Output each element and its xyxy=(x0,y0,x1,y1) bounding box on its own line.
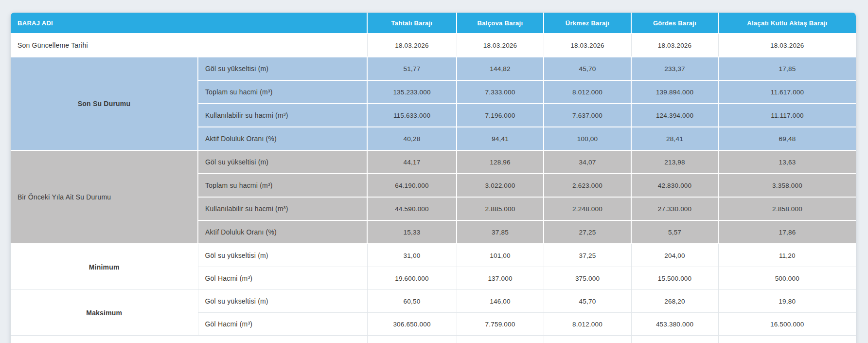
value-cell: 64.190.000 xyxy=(367,174,457,197)
metric-label-cell: Göl su yükseltisi (m) xyxy=(198,150,367,174)
metric-label-cell: Kullanılabilir su hacmi (m³) xyxy=(198,197,367,220)
table-row: Bir Önceki Yıla Ait Su DurumuGöl su yüks… xyxy=(11,150,856,174)
value-cell: 375.000 xyxy=(544,267,631,290)
group-label-cell: Minimum xyxy=(11,244,198,290)
metric-label-cell: Göl Hacmi (m³) xyxy=(198,313,367,336)
value-cell: 204,00 xyxy=(631,244,718,267)
value-cell: 15,33 xyxy=(367,220,457,244)
value-cell: 60,50 xyxy=(367,290,457,313)
value-cell: 146,00 xyxy=(457,290,544,313)
table-row: MinimumGöl su yükseltisi (m)31,00101,003… xyxy=(11,244,856,267)
value-cell: 11.117.000 xyxy=(718,104,856,127)
value-cell: 94,41 xyxy=(457,127,544,150)
value-cell: 18.03.2026 xyxy=(544,34,631,57)
value-cell: 8.012.000 xyxy=(544,80,631,104)
value-cell: 2.885.000 xyxy=(457,197,544,220)
value-cell: 7.759.000 xyxy=(457,313,544,336)
value-cell: 8.012.000 xyxy=(544,313,631,336)
value-cell: 69,48 xyxy=(718,127,856,150)
value-cell: 15.500.000 xyxy=(631,267,718,290)
value-cell: 51,77 xyxy=(367,57,457,80)
value-cell: 45,70 xyxy=(544,290,631,313)
value-cell: 31,00 xyxy=(367,244,457,267)
metric-label-cell: Aktif Doluluk Oranı (%) xyxy=(198,127,367,150)
column-header-dam: Gördes Barajı xyxy=(631,13,718,34)
value-cell: 2.623.000 xyxy=(544,174,631,197)
value-cell: 287.050.000 xyxy=(367,336,457,343)
value-cell: 115.633.000 xyxy=(367,104,457,127)
value-cell: 500.000 xyxy=(718,267,856,290)
value-cell: 139.894.000 xyxy=(631,80,718,104)
value-cell: 2.248.000 xyxy=(544,197,631,220)
value-cell: 101,00 xyxy=(457,244,544,267)
dam-status-table: BARAJ ADI Tahtalı BarajıBalçova BarajıÜr… xyxy=(11,13,856,343)
value-cell: 13,63 xyxy=(718,150,856,174)
metric-label-cell: Göl su yükseltisi (m) xyxy=(198,290,367,313)
column-header-dam: Alaçatı Kutlu Aktaş Barajı xyxy=(718,13,856,34)
metric-label-cell: Toplam su hacmi (m³) xyxy=(198,80,367,104)
value-cell: 16.000.000 xyxy=(718,336,856,343)
value-cell: 306.650.000 xyxy=(367,313,457,336)
value-cell: 18.03.2026 xyxy=(718,34,856,57)
value-cell: 34,07 xyxy=(544,150,631,174)
table-row: MaksimumGöl su yükseltisi (m)60,50146,00… xyxy=(11,290,856,313)
value-cell: 100,00 xyxy=(544,127,631,150)
value-cell: 18.03.2026 xyxy=(367,34,457,57)
value-cell: 42.830.000 xyxy=(631,174,718,197)
value-cell: 137.000 xyxy=(457,267,544,290)
value-cell: 18.03.2026 xyxy=(631,34,718,57)
metric-label-cell: Göl su yükseltisi (m) xyxy=(198,244,367,267)
value-cell: 7.622.000 xyxy=(457,336,544,343)
value-cell: 37,85 xyxy=(457,220,544,244)
metric-label-cell: Toplam su hacmi (m³) xyxy=(198,174,367,197)
value-cell: 3.358.000 xyxy=(718,174,856,197)
value-cell: 124.394.000 xyxy=(631,104,718,127)
value-cell: 44.590.000 xyxy=(367,197,457,220)
value-cell: 135.233.000 xyxy=(367,80,457,104)
value-cell: 19.600.000 xyxy=(367,267,457,290)
table-row: Maksimum Dolulukta Kullanılabilir Göl Su… xyxy=(11,336,856,343)
value-cell: 7.333.000 xyxy=(457,80,544,104)
column-header-dam: Balçova Barajı xyxy=(457,13,544,34)
last-update-label-cell: Son Güncelleme Tarihi xyxy=(11,34,367,57)
value-cell: 45,70 xyxy=(544,57,631,80)
value-cell: 17,86 xyxy=(718,220,856,244)
metric-label-cell: Göl su yükseltisi (m) xyxy=(198,57,367,80)
value-cell: 19,80 xyxy=(718,290,856,313)
value-cell: 233,37 xyxy=(631,57,718,80)
metric-label-cell: Aktif Doluluk Oranı (%) xyxy=(198,220,367,244)
metric-label-cell: Göl Hacmi (m³) xyxy=(198,267,367,290)
value-cell: 40,28 xyxy=(367,127,457,150)
table-row: Son Güncelleme Tarihi18.03.202618.03.202… xyxy=(11,34,856,57)
footer-label-cell: Maksimum Dolulukta Kullanılabilir Göl Su… xyxy=(11,336,367,343)
value-cell: 17,85 xyxy=(718,57,856,80)
group-label-cell: Son Su Durumu xyxy=(11,57,198,150)
value-cell: 7.637.000 xyxy=(544,104,631,127)
value-cell: 7.196.000 xyxy=(457,104,544,127)
table-header-row: BARAJ ADI Tahtalı BarajıBalçova BarajıÜr… xyxy=(11,13,856,34)
value-cell: 453.380.000 xyxy=(631,313,718,336)
value-cell: 18.03.2026 xyxy=(457,34,544,57)
value-cell: 16.500.000 xyxy=(718,313,856,336)
value-cell: 128,96 xyxy=(457,150,544,174)
value-cell: 27.330.000 xyxy=(631,197,718,220)
column-header-baraj-adi: BARAJ ADI xyxy=(11,13,367,34)
value-cell: 3.022.000 xyxy=(457,174,544,197)
value-cell: 37,25 xyxy=(544,244,631,267)
table-row: Son Su DurumuGöl su yükseltisi (m)51,771… xyxy=(11,57,856,80)
metric-label-cell: Kullanılabilir su hacmi (m³) xyxy=(198,104,367,127)
value-cell: 11,20 xyxy=(718,244,856,267)
value-cell: 5,57 xyxy=(631,220,718,244)
value-cell: 2.858.000 xyxy=(718,197,856,220)
value-cell: 213,98 xyxy=(631,150,718,174)
value-cell: 144,82 xyxy=(457,57,544,80)
value-cell: 7.637.000 xyxy=(544,336,631,343)
group-label-cell: Maksimum xyxy=(11,290,198,336)
value-cell: 437.880.000 xyxy=(631,336,718,343)
value-cell: 28,41 xyxy=(631,127,718,150)
value-cell: 44,17 xyxy=(367,150,457,174)
column-header-dam: Tahtalı Barajı xyxy=(367,13,457,34)
group-label-cell: Bir Önceki Yıla Ait Su Durumu xyxy=(11,150,198,244)
value-cell: 268,20 xyxy=(631,290,718,313)
column-header-dam: Ürkmez Barajı xyxy=(544,13,631,34)
